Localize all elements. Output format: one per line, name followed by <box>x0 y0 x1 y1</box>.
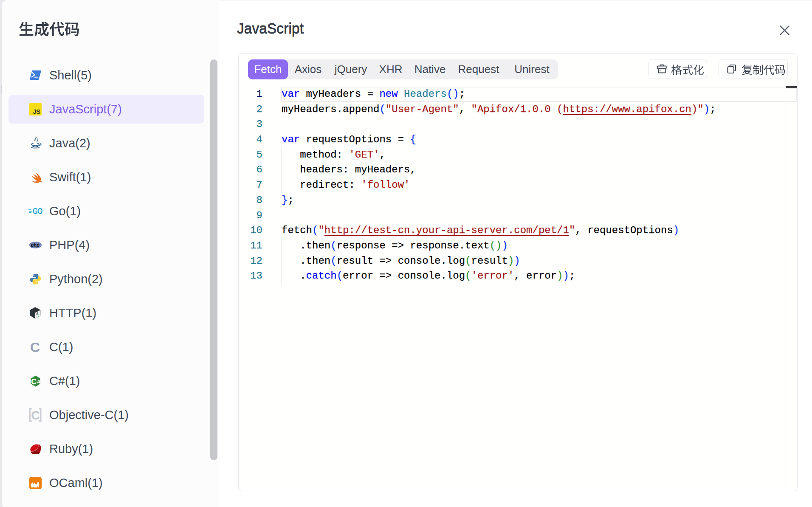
svg-text:php: php <box>30 242 39 248</box>
svg-text:C: C <box>31 377 37 386</box>
svg-text:GO: GO <box>33 206 42 216</box>
svg-text:C: C <box>30 340 40 355</box>
svg-text:$: $ <box>37 312 39 316</box>
svg-text:C: C <box>31 408 40 422</box>
svg-text:JS: JS <box>33 108 40 115</box>
